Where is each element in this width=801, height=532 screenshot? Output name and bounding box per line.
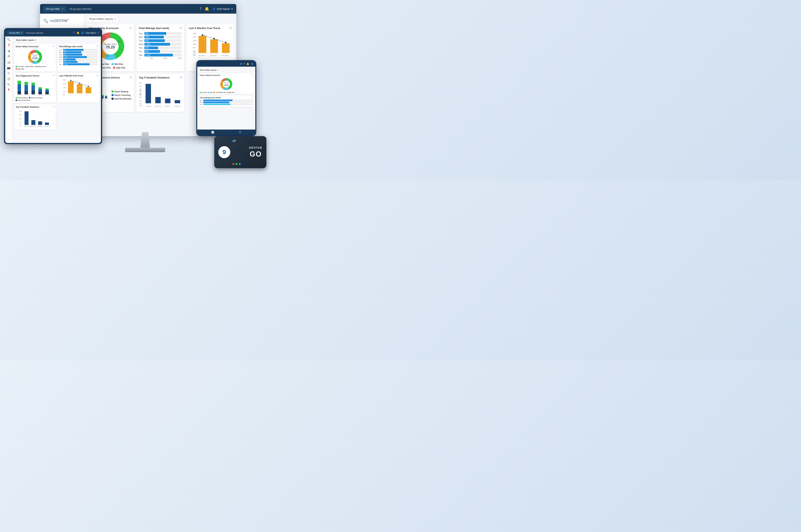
harsh-braking-label: Harsh Braking (114, 90, 128, 93)
show-hidden-reports-button[interactable]: Show hidden reports ▼ (87, 16, 119, 22)
help-icon[interactable]: ? (199, 7, 202, 11)
tablet-map-icon[interactable]: 🗺 (7, 55, 10, 58)
svg-rect-97 (45, 92, 49, 94)
mild-risk-dot (112, 63, 114, 65)
tablet-card-close-button[interactable] (53, 45, 55, 47)
tablet-gear-icon[interactable]: 🔧 (7, 83, 11, 86)
groups-filter-button[interactable]: Groups filter ▼ (43, 6, 66, 12)
tablet-card-title: Top 5 Aggressive Drivers (16, 75, 54, 77)
card-close-button[interactable] (130, 76, 132, 79)
svg-text:800: 800 (193, 47, 196, 49)
tablet-low-risk-label: Low Risk (17, 66, 24, 68)
tablet-seatbelt-chart: 450 350 250 150 50 Vehicle 8 Vehicle 11 … (16, 109, 54, 127)
bell-icon[interactable]: 🔔 (205, 6, 209, 11)
hard-acceleration-label: Hard Acceleration (114, 97, 132, 100)
card-close-button[interactable] (179, 26, 182, 30)
mobile-bar-fill (203, 103, 230, 105)
svg-text:Driver 11: Driver 11 (18, 94, 23, 95)
tablet-bar-track: 1,145 (63, 63, 98, 65)
svg-text:Vehicle 23: Vehicle 23 (44, 126, 50, 127)
tablet-sidebar: 🔍 ❓ ◑ 🗺 📊 📷 ⚙ 🧭 🔧 📍 › (5, 36, 13, 143)
tablet-bell-icon[interactable]: 🔔 (76, 32, 79, 34)
tablet-screen: Groups filter ▼ All groups selected ? 🔔 … (5, 29, 101, 143)
svg-text:600: 600 (193, 50, 196, 52)
tablet-pin-icon[interactable]: 📍 (7, 89, 11, 92)
mobile-card-close-button[interactable] (251, 96, 253, 98)
tablet-help-circle-icon[interactable]: ❓ (7, 44, 11, 47)
mobile-bar-track (203, 99, 253, 101)
tablet-card-close-button[interactable] (53, 74, 55, 76)
card-close-button[interactable] (179, 76, 182, 79)
user-button[interactable]: 👤 User Name ▼ (212, 7, 233, 11)
mobile-donut-legend: Low Risk Mild Risk Medium Risk High Risk (199, 92, 253, 93)
bar-track: 786 (145, 36, 182, 38)
mobile-bottom-menu-icon[interactable]: ☰ (239, 131, 241, 134)
mobile-show-hidden-label: Show hidden reports (200, 69, 216, 71)
card-close-button[interactable] (130, 26, 132, 30)
bar-fill: 824 (145, 39, 165, 42)
indicator-blue (239, 163, 241, 165)
mobile-network-icon: ⚙ (240, 63, 242, 65)
mobile-bar-row-sun: Sun (199, 99, 253, 101)
bar-track: 1,145 (145, 54, 182, 56)
geotab-model-text: GO (250, 150, 262, 158)
svg-point-22 (202, 35, 203, 36)
mobile-show-hidden-button[interactable]: Show hidden reports ▼ (198, 68, 220, 72)
mobile-bottom-dashboard-icon[interactable]: 📊 (211, 131, 214, 134)
svg-rect-87 (24, 85, 28, 91)
tablet-help-icon[interactable]: ? (74, 32, 75, 34)
tablet-user-icon[interactable]: 👤 (81, 32, 84, 34)
svg-text:43%: 43% (117, 40, 121, 43)
tablet-dropdown-arrow: ▼ (35, 39, 37, 41)
tablet-search-icon[interactable]: 🔍 (7, 38, 11, 41)
svg-rect-66 (146, 84, 151, 103)
svg-text:Vehicle 4: Vehicle 4 (165, 105, 171, 107)
tablet-main-layout: 🔍 ❓ ◑ 🗺 📊 📷 ⚙ 🧭 🔧 📍 › Show hidden report… (5, 36, 101, 143)
svg-text:150: 150 (19, 122, 22, 124)
svg-text:Driver 1: Driver 1 (32, 94, 36, 95)
seatbelt-chart: 450 400 350 300 250 200 150 100 Incident… (139, 81, 182, 110)
tablet-video-icon[interactable]: 📷 (7, 66, 11, 69)
card-close-button[interactable] (229, 26, 232, 30)
svg-text:1000: 1000 (193, 43, 197, 45)
mobile-high-risk-dot (227, 92, 228, 93)
tablet-dashboard-icon[interactable]: ◑ (7, 49, 10, 53)
card-seatbelt-violations: Top 5 Seatbelt Violations 450 400 350 30… (136, 74, 184, 112)
mobile-bar-label: Sun (199, 100, 203, 101)
mobile-bell-icon[interactable]: 🔔 (247, 63, 249, 65)
tablet-settings-icon[interactable]: ⚙ (7, 72, 10, 75)
svg-text:200: 200 (193, 54, 196, 56)
tablet-card-close-button[interactable] (97, 74, 98, 76)
tablet-card-close-button[interactable] (97, 45, 98, 47)
svg-rect-85 (18, 91, 21, 94)
card-title: Top 5 Seatbelt Violations (139, 76, 182, 79)
tablet-card-close-button[interactable] (53, 106, 55, 108)
tablet-expand-icon[interactable]: › (8, 138, 9, 141)
tablet-groups-filter-button[interactable]: Groups filter ▼ (7, 31, 24, 35)
svg-text:100: 100 (139, 105, 142, 107)
svg-text:Dec 2022: Dec 2022 (198, 55, 205, 56)
tablet-analytics-icon[interactable]: 📊 (7, 60, 11, 64)
bar-axis: 0 500 1000 1500 (139, 57, 182, 59)
harsh-braking-dot (112, 91, 114, 93)
signal-bar-1 (232, 140, 233, 142)
mobile-bar-label: Mon (199, 102, 203, 103)
tablet-bar-label: Thu (59, 59, 63, 60)
bar-label: Mon (139, 36, 145, 38)
mobile-card-close-button[interactable] (251, 74, 253, 76)
bar-track: 824 (145, 39, 182, 42)
mobile-user-icon[interactable]: 👤 (251, 63, 254, 65)
tablet-hard-accel-dot (16, 99, 17, 101)
card-title: Last 3 Months Fuel Trend (189, 26, 231, 30)
svg-text:29%: 29% (32, 61, 35, 62)
mobile-low-risk-dot (199, 92, 201, 93)
svg-point-113 (70, 80, 72, 81)
tablet-card-title: Last 3 Months Fuel Trend (59, 75, 98, 77)
mobile-help-icon[interactable]: ? (244, 63, 245, 65)
tablet-show-hidden-button[interactable]: Show hidden reports ▼ (14, 38, 38, 42)
tablet-mild-risk-dot (25, 66, 26, 67)
tablet-compass-icon[interactable]: 🧭 (7, 77, 11, 80)
high-risk-label: High Risk (116, 66, 125, 69)
svg-text:400: 400 (139, 86, 142, 87)
mobile-low-risk-label: Low Risk (201, 92, 207, 93)
